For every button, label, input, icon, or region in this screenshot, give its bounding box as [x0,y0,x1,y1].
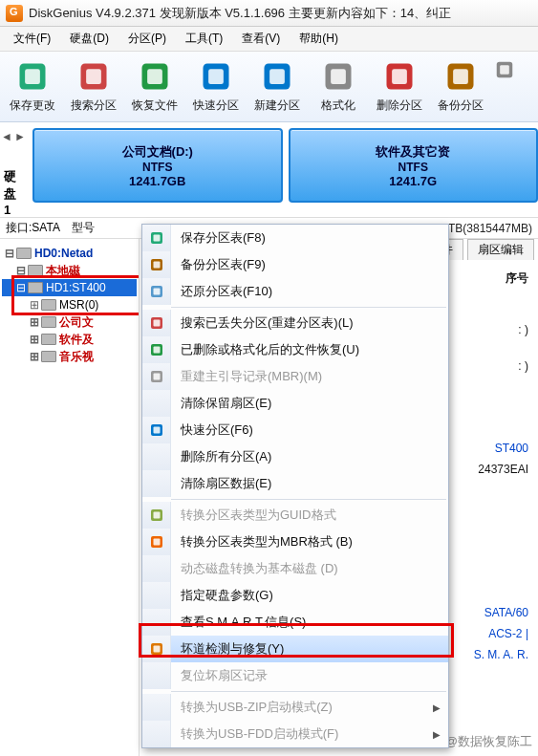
tree-node-1[interactable]: ⊟本地磁 [2,262,137,279]
toolbar-label: 保存更改 [10,97,55,114]
ctx-label: 转换分区表类型为GUID格式 [171,507,433,524]
tree-node-3[interactable]: ⊞MSR(0) [2,296,137,313]
menu-5[interactable]: 帮助(H) [290,27,348,51]
blank-icon [142,609,171,636]
partition-size: 1241.7GB [129,174,185,188]
disk-icon [41,316,56,328]
info-line-b: : ) [474,356,528,377]
ctx-label: 转换为USB-FDD启动模式(F) [171,725,433,743]
restore-icon [142,278,171,305]
tree-label: HD1:ST400 [46,281,106,294]
ctx-item-17[interactable]: 坏道检测与修复(Y) [142,636,448,662]
partition-block-0[interactable]: 公司文档(D:)NTFS1241.7GB [32,128,283,203]
menu-0[interactable]: 文件(F) [4,27,60,51]
ctx-item-4[interactable]: 搜索已丢失分区(重建分区表)(L) [142,310,448,336]
tree-node-6[interactable]: ⊞音乐视 [2,348,137,365]
ctx-label: 坏道检测与修复(Y) [171,640,433,658]
svg-rect-11 [331,69,346,84]
column-header: 序号 [474,268,528,289]
ctx-item-16[interactable]: 查看S.M.A.R.T.信息(S) [142,609,448,636]
partition-fs: NTFS [398,161,428,174]
ctx-item-0[interactable]: 保存分区表(F8) [142,225,448,251]
toolbar-format-button[interactable]: 格式化 [308,55,369,121]
menu-separator [171,691,446,692]
menu-4[interactable]: 查看(V) [232,27,290,51]
info-interface: SATA/60 [474,602,528,623]
blank-icon [142,582,171,609]
disk-icon [41,299,56,311]
toolbar-label: 删除分区 [377,97,422,114]
expand-icon[interactable]: ⊟ [4,247,15,260]
menu-3[interactable]: 工具(T) [176,27,232,51]
tree-label: HD0:Netad [34,247,93,260]
quick-icon [199,59,233,94]
ctx-item-2[interactable]: 还原分区表(F10) [142,278,448,305]
title-bar: DiskGenius V4.9.2.371 发现新版本 V5.1.1.696 主… [0,0,538,27]
tree-node-0[interactable]: ⊟HD0:Netad [2,245,137,262]
ctx-label: 动态磁盘转换为基本磁盘 (D) [171,560,433,577]
expand-icon[interactable]: ⊞ [29,315,40,329]
tree-label: 音乐视 [59,349,94,365]
tab-sector-edit[interactable]: 扇区编辑 [467,239,534,260]
disk-icon [28,265,43,276]
ctx-item-14: 动态磁盘转换为基本磁盘 (D) [142,555,448,582]
ctx-item-13[interactable]: 转换分区表类型为MBR格式 (B) [142,529,448,555]
toolbar-recover-button[interactable]: 恢复文件 [124,55,185,121]
ctx-item-15[interactable]: 指定硬盘参数(G) [142,582,448,609]
ctx-item-5[interactable]: 已删除或格式化后的文件恢复(U) [142,336,448,363]
ctx-label: 重建主引导记录(MBR)(M) [171,368,433,385]
toolbar-label: 格式化 [321,97,355,114]
ctx-label: 复位坏扇区记录 [171,667,433,684]
tree-node-4[interactable]: ⊞公司文 [2,313,137,331]
svg-rect-13 [392,69,407,84]
quick-icon [142,417,171,443]
disk-icon [16,248,32,259]
capacity-summary: TB(3815447MB) [448,222,532,235]
ctx-item-9[interactable]: 删除所有分区(A) [142,443,448,470]
ctx-item-7[interactable]: 清除保留扇区(E) [142,390,448,417]
ctx-label: 保存分区表(F8) [171,229,433,247]
ctx-label: 搜索已丢失分区(重建分区表)(L) [171,314,433,332]
ctx-label: 删除所有分区(A) [171,448,433,465]
toolbar-delete-button[interactable]: 删除分区 [369,55,430,121]
expand-icon[interactable]: ⊞ [29,298,40,312]
repair-icon [142,636,171,662]
ctx-label: 清除保留扇区(E) [171,395,433,412]
expand-icon[interactable]: ⊟ [15,281,27,294]
blank-icon [142,470,171,497]
toolbar-more-button[interactable] [491,55,518,121]
svg-rect-35 [153,539,160,546]
toolbar-new-button[interactable]: 新建分区 [247,55,308,121]
svg-rect-25 [153,320,160,327]
expand-icon[interactable]: ⊟ [15,264,27,277]
toolbar-label: 搜索分区 [71,97,117,114]
tree-node-2[interactable]: ⊟HD1:ST400 [2,279,137,296]
partition-block-1[interactable]: 软件及其它资NTFS1241.7G [289,128,539,203]
prev-disk-icon[interactable]: ◄ [1,130,12,143]
toolbar-save-button[interactable]: 保存更改 [2,55,63,121]
toolbar-backup-button[interactable]: 备份分区 [430,55,491,121]
expand-icon[interactable]: ⊞ [29,333,40,346]
ctx-item-8[interactable]: 快速分区(F6) [142,417,448,443]
search-icon [142,310,171,336]
toolbar-quick-button[interactable]: 快速分区 [185,55,247,121]
toolbar-search-button[interactable]: 搜索分区 [63,55,124,121]
disk-index-label: 硬盘 1 [4,168,23,217]
disk-icon [41,334,56,345]
tree-node-5[interactable]: ⊞软件及 [2,331,137,348]
menu-1[interactable]: 硬盘(D) [60,27,118,51]
submenu-arrow-icon: ▶ [433,729,448,740]
svg-rect-33 [153,512,160,519]
disk-map-bar: ◄ ► 硬盘 1 公司文档(D:)NTFS1241.7GB软件及其它资NTFS1… [0,122,538,218]
expand-icon[interactable]: ⊞ [29,350,40,363]
next-disk-icon[interactable]: ► [14,130,26,143]
menu-2[interactable]: 分区(P) [118,27,176,51]
ctx-item-1[interactable]: 备份分区表(F9) [142,251,448,278]
svg-rect-5 [147,69,162,84]
disk-nav: ◄ ► 硬盘 1 [0,122,27,225]
blank-icon [142,662,171,689]
svg-rect-31 [153,427,160,434]
ctx-item-10[interactable]: 清除扇区数据(E) [142,470,448,497]
info-line-a: : ) [474,319,528,340]
backup-icon [142,251,171,278]
